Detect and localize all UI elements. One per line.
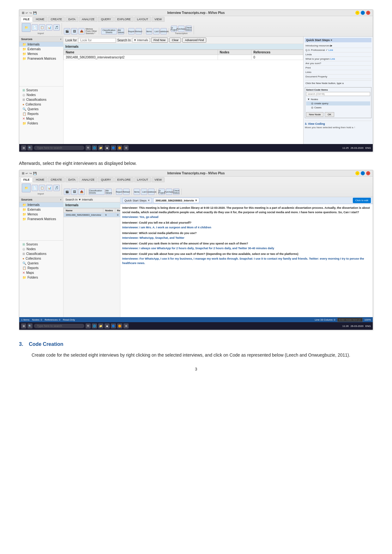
tab-home[interactable]: HOME xyxy=(33,17,47,22)
look-for-input[interactable] xyxy=(78,38,116,43)
redo-icon-2[interactable]: ↪ xyxy=(29,172,32,175)
sidebar-folders[interactable]: 📁 Folders xyxy=(19,121,63,126)
ok-btn[interactable]: OK xyxy=(325,112,334,117)
start-icon-2[interactable]: ⊞ xyxy=(21,323,26,328)
taskbar-edge-icon-2[interactable]: 🌐 xyxy=(92,323,97,328)
classification-sheets-icon-2[interactable]: Classification Sheets xyxy=(89,189,105,195)
sidebar-folders-2[interactable]: 📁 Folders xyxy=(19,275,63,280)
maximize-btn[interactable]: □ xyxy=(361,11,365,15)
sidebar-nodes[interactable]: ◎ Nodes xyxy=(19,93,63,97)
report-icon[interactable]: Report xyxy=(128,28,135,34)
documents-icon[interactable]: 📄 xyxy=(32,24,38,31)
audios-icon[interactable]: 🎵 xyxy=(53,24,60,31)
new-node-btn[interactable]: New Node xyxy=(306,112,323,117)
from-other-icon-2[interactable]: 📥 xyxy=(78,189,85,195)
taskbar-app4-icon[interactable]: ⚙ xyxy=(124,145,129,150)
pdfs-icon-2[interactable]: 📋 xyxy=(39,185,45,191)
check-status-icon-2[interactable]: Check Status xyxy=(173,189,179,195)
sidebar-item-externals-2[interactable]: 📁 Externals xyxy=(19,207,63,212)
tab-analyze[interactable]: ANALYZE xyxy=(79,17,97,22)
sidebar-maps-2[interactable]: ✕ Maps xyxy=(19,270,63,275)
pdfs-icon[interactable]: 📋 xyxy=(39,24,45,31)
sidebar-collections[interactable]: ● Collections xyxy=(19,102,63,107)
tab-query[interactable]: QUERY xyxy=(98,17,114,22)
documents-icon-2[interactable]: 📄 xyxy=(32,185,38,191)
find-now-btn[interactable]: Find Now xyxy=(151,38,168,43)
sidebar-classifications-2[interactable]: ⊞ Classifications xyxy=(19,251,63,256)
tab-create-2[interactable]: CREATE xyxy=(48,177,65,182)
qs-close-icon[interactable]: × xyxy=(331,39,332,42)
purchase-icon-2[interactable]: Purchase xyxy=(166,189,172,195)
table-row[interactable]: 3991488_586208883_interviewtranscript2 0 xyxy=(64,55,303,60)
codebook-icon-2[interactable]: Codebook xyxy=(148,189,154,195)
sidebar-item-memos[interactable]: 📁 Memos xyxy=(19,51,63,56)
tab-analyze-2[interactable]: ANALYZE xyxy=(79,177,97,182)
tab-file-2[interactable]: FILE xyxy=(21,177,33,182)
np-create-query-item[interactable]: ◎ create query xyxy=(306,101,370,105)
sidebar-classifications[interactable]: ⊞ Classifications xyxy=(19,97,63,102)
sidebar-maps[interactable]: ✕ Maps xyxy=(19,116,63,121)
sidebar-item-internals[interactable]: 📁 Internals xyxy=(19,42,63,47)
sidebar-reports-2[interactable]: 📋 Reports xyxy=(19,266,63,270)
sidebar-item-memos-2[interactable]: 📁 Memos xyxy=(19,212,63,217)
attribute-values-icon-2[interactable]: Attr Values xyxy=(106,189,112,195)
sidebar-nodes-2[interactable]: ◎ Nodes xyxy=(19,247,63,251)
from-other-icon[interactable]: 📥 xyxy=(78,28,85,34)
search-dropdown[interactable]: ▼ Internals xyxy=(132,38,150,42)
taskbar-app3-icon[interactable]: 🟠 xyxy=(117,145,122,150)
sidebar-collapse-icon-2[interactable]: ‹ xyxy=(60,198,61,201)
enter-mode-input[interactable] xyxy=(337,318,363,322)
node-search-input[interactable] xyxy=(306,92,370,96)
tab-file[interactable]: FILE xyxy=(21,17,33,22)
redo-icon[interactable]: ↪ xyxy=(29,11,32,15)
sidebar-sources[interactable]: ⊞ Sources xyxy=(19,88,63,93)
sidebar-collapse-icon[interactable]: ‹ xyxy=(60,38,61,41)
taskbar-search-input-1[interactable] xyxy=(34,146,84,150)
codebook-icon[interactable]: Codebook xyxy=(160,28,167,34)
audios-icon-2[interactable]: 🎵 xyxy=(53,185,60,191)
items-icon-2[interactable]: Items xyxy=(134,189,140,195)
tab-data-2[interactable]: DATA xyxy=(65,177,78,182)
sidebar-queries[interactable]: 🔍 Queries xyxy=(19,107,63,111)
taskbar-folder-icon-2[interactable]: 📁 xyxy=(98,323,103,328)
survey-icon-2[interactable]: 📊 xyxy=(46,185,52,191)
maximize-btn-2[interactable]: □ xyxy=(361,171,365,175)
sidebar-queries-2[interactable]: 🔍 Queries xyxy=(19,261,63,266)
save-icon-2[interactable]: 💾 xyxy=(33,172,37,175)
tab-layout[interactable]: LAYOUT xyxy=(134,17,151,22)
click-to-edit-btn[interactable]: Click to edit xyxy=(353,198,371,203)
taskbar-app1-icon-2[interactable]: ◆ xyxy=(105,323,110,328)
save-icon[interactable]: 💾 xyxy=(33,11,37,15)
classification-sheets-icon[interactable]: Classification Sheets xyxy=(101,28,117,34)
tab-data[interactable]: DATA xyxy=(65,17,78,22)
retract-icon[interactable]: Retract xyxy=(136,28,142,34)
videos-icon-2[interactable]: 🎬 xyxy=(64,189,70,195)
advanced-find-btn[interactable]: Advanced Find xyxy=(182,38,206,43)
report-icon-2[interactable]: Report xyxy=(116,189,122,195)
tab-home-2[interactable]: HOME xyxy=(33,177,47,182)
tab-query-2[interactable]: QUERY xyxy=(98,177,114,182)
sidebar-item-externals[interactable]: 📁 Externals xyxy=(19,47,63,51)
table-row-2[interactable]: 3991488_586208883_Interview 9 0 xyxy=(64,213,125,217)
clear-btn[interactable]: Clear xyxy=(169,38,181,43)
project-btn-icon-2[interactable]: 🗂 Project xyxy=(159,189,165,195)
pictures-icon-2[interactable]: 🖼 xyxy=(71,189,77,195)
taskbar-search-input-2[interactable] xyxy=(34,324,84,328)
close-btn[interactable]: × xyxy=(366,11,370,15)
tab-quick-start[interactable]: Quick Start Steps × xyxy=(122,198,152,203)
tab-interview[interactable]: 3991488_586208883_Intervie × xyxy=(153,198,199,203)
taskbar-app4-icon-2[interactable]: ⚙ xyxy=(124,323,129,328)
taskbar-edge-icon[interactable]: 🌐 xyxy=(92,145,97,150)
project-btn-icon[interactable]: 🗂 Project xyxy=(171,26,177,32)
tab-view-2[interactable]: VIEW xyxy=(152,177,165,182)
undo-icon-2[interactable]: ↩ xyxy=(26,172,28,175)
retract-icon-2[interactable]: Retract xyxy=(123,189,130,195)
check-status-icon[interactable]: Check Status xyxy=(185,26,192,32)
sidebar-item-framework[interactable]: 📁 Framework Matrices xyxy=(19,56,63,61)
sidebar-reports[interactable]: 📋 Reports xyxy=(19,111,63,116)
project-icon-2[interactable]: 📁 xyxy=(22,184,31,192)
taskbar-app1-icon[interactable]: ◆ xyxy=(105,145,110,150)
sidebar-item-framework-2[interactable]: 📁 Framework Matrices xyxy=(19,217,63,221)
taskbar-app2-icon[interactable]: 🔵 xyxy=(111,145,116,150)
np-nodes-item[interactable]: ▼ Nodes xyxy=(306,97,370,101)
